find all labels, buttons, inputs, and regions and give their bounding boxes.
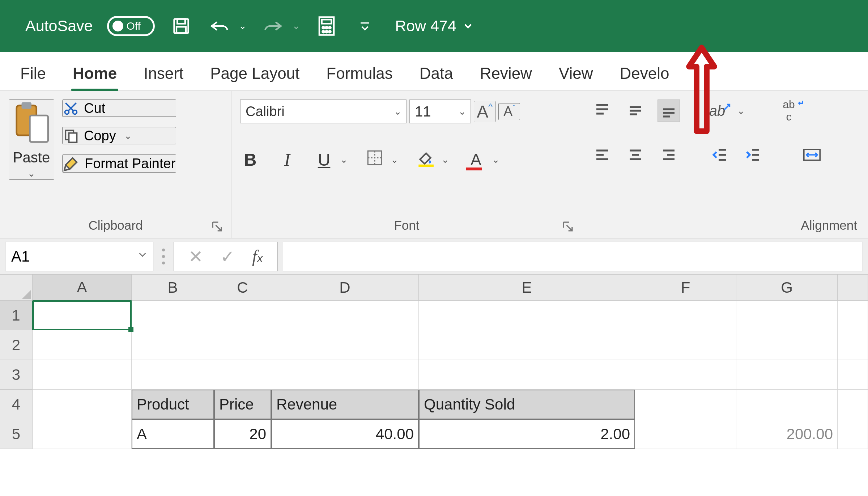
- chevron-down-icon[interactable]: ⌄: [391, 154, 399, 165]
- bold-button[interactable]: B: [240, 150, 260, 170]
- cell[interactable]: [736, 330, 838, 360]
- name-box[interactable]: [5, 242, 153, 271]
- align-middle-button[interactable]: [624, 99, 647, 122]
- copy-button[interactable]: Copy ⌄: [62, 127, 176, 144]
- row-header[interactable]: 2: [0, 330, 33, 360]
- cell[interactable]: [838, 301, 868, 330]
- cell[interactable]: [33, 360, 132, 390]
- cell[interactable]: [838, 419, 868, 449]
- cell[interactable]: [419, 301, 635, 330]
- select-all-corner[interactable]: [0, 275, 33, 301]
- fill-color-button[interactable]: [415, 149, 435, 171]
- cell[interactable]: [214, 330, 271, 360]
- cell[interactable]: Price: [214, 390, 271, 419]
- merge-center-button[interactable]: [801, 144, 823, 166]
- row-header[interactable]: 1: [0, 301, 33, 330]
- name-box-input[interactable]: [5, 242, 153, 271]
- cell[interactable]: [33, 419, 132, 449]
- format-painter-button[interactable]: Format Painter: [62, 154, 176, 173]
- cell[interactable]: [271, 301, 419, 330]
- row-header[interactable]: 3: [0, 360, 33, 390]
- align-bottom-button[interactable]: [658, 99, 680, 122]
- cell[interactable]: Product: [132, 390, 214, 419]
- tab-view[interactable]: View: [557, 57, 595, 90]
- chevron-down-icon[interactable]: ⌄: [441, 154, 449, 165]
- dialog-launcher-icon[interactable]: [211, 220, 223, 233]
- cell[interactable]: [33, 390, 132, 419]
- col-header[interactable]: D: [271, 275, 419, 301]
- font-color-button[interactable]: A: [466, 149, 486, 170]
- col-header[interactable]: G: [736, 275, 838, 301]
- cell[interactable]: [838, 330, 868, 360]
- tab-page-layout[interactable]: Page Layout: [208, 57, 302, 90]
- col-header[interactable]: [838, 275, 868, 301]
- italic-button[interactable]: I: [277, 150, 297, 170]
- tab-file[interactable]: File: [18, 57, 48, 90]
- row-header[interactable]: 4: [0, 390, 33, 419]
- chevron-down-icon[interactable]: ⌄: [340, 154, 348, 165]
- orientation-button[interactable]: ab: [709, 99, 731, 122]
- cell[interactable]: 200.00: [736, 419, 838, 449]
- redo-dropdown-icon[interactable]: ⌄: [292, 20, 300, 31]
- cell[interactable]: [419, 330, 635, 360]
- tab-developer[interactable]: Develo: [617, 57, 671, 90]
- align-top-button[interactable]: [591, 99, 613, 122]
- cell[interactable]: [635, 301, 736, 330]
- tab-home[interactable]: Home: [71, 57, 119, 90]
- cell[interactable]: [271, 330, 419, 360]
- chevron-down-icon[interactable]: ⌄: [492, 154, 500, 165]
- formula-input[interactable]: [283, 242, 863, 271]
- document-title-area[interactable]: Row 474: [395, 17, 473, 35]
- cell[interactable]: 40.00: [271, 419, 419, 449]
- cell[interactable]: [214, 301, 271, 330]
- cell[interactable]: [419, 360, 635, 390]
- col-header[interactable]: E: [419, 275, 635, 301]
- wrap-text-button[interactable]: abc: [781, 99, 804, 122]
- cell-a1[interactable]: [33, 301, 132, 330]
- cell[interactable]: Quantity Sold: [419, 390, 635, 419]
- font-name-select[interactable]: Calibri ⌄: [240, 99, 407, 123]
- col-header[interactable]: B: [132, 275, 214, 301]
- borders-button[interactable]: [365, 149, 385, 171]
- cell[interactable]: Revenue: [271, 390, 419, 419]
- col-header[interactable]: F: [635, 275, 736, 301]
- cell[interactable]: [214, 360, 271, 390]
- cell[interactable]: [132, 360, 214, 390]
- cell[interactable]: [635, 419, 736, 449]
- cell[interactable]: 2.00: [419, 419, 635, 449]
- row-header[interactable]: 5: [0, 419, 33, 449]
- cell[interactable]: [635, 390, 736, 419]
- cell[interactable]: [635, 330, 736, 360]
- save-icon[interactable]: [169, 14, 193, 38]
- chevron-down-icon[interactable]: [137, 250, 148, 260]
- undo-dropdown-icon[interactable]: ⌄: [239, 20, 247, 31]
- increase-indent-button[interactable]: [742, 144, 765, 166]
- paste-button[interactable]: Paste ⌄: [9, 99, 54, 180]
- calc-mode-icon[interactable]: [315, 14, 339, 38]
- align-left-button[interactable]: [591, 144, 613, 166]
- fill-handle[interactable]: [128, 327, 133, 332]
- increase-font-icon[interactable]: A^: [474, 101, 495, 122]
- cell[interactable]: [132, 301, 214, 330]
- align-right-button[interactable]: [658, 144, 680, 166]
- expand-handle-icon[interactable]: [158, 249, 169, 264]
- tab-insert[interactable]: Insert: [141, 57, 186, 90]
- cell[interactable]: [635, 360, 736, 390]
- col-header[interactable]: A: [33, 275, 132, 301]
- cell[interactable]: [736, 360, 838, 390]
- font-size-select[interactable]: 11 ⌄: [409, 99, 471, 123]
- decrease-indent-button[interactable]: [709, 144, 731, 166]
- cell[interactable]: A: [132, 419, 214, 449]
- col-header[interactable]: C: [214, 275, 271, 301]
- underline-button[interactable]: U: [314, 150, 334, 170]
- tab-review[interactable]: Review: [478, 57, 534, 90]
- insert-function-icon[interactable]: fx: [252, 246, 263, 266]
- cell[interactable]: [838, 390, 868, 419]
- cancel-edit-icon[interactable]: ✕: [188, 246, 203, 267]
- redo-icon[interactable]: [261, 14, 285, 38]
- cell[interactable]: [838, 360, 868, 390]
- tab-formulas[interactable]: Formulas: [324, 57, 395, 90]
- qat-more-icon[interactable]: [353, 14, 377, 38]
- cell[interactable]: [33, 330, 132, 360]
- cell[interactable]: [271, 360, 419, 390]
